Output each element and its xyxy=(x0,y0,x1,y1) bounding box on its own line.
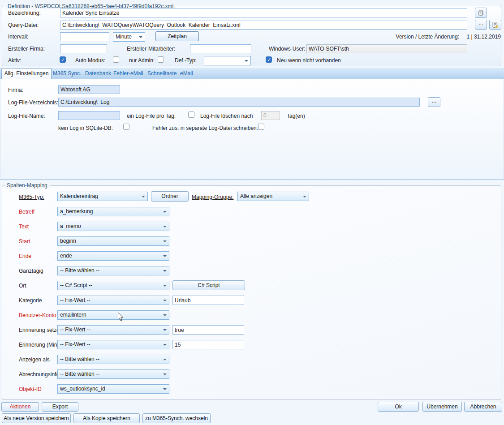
query-datei-input[interactable] xyxy=(60,21,467,30)
mapping-row-label: Abrechnungsinfo. xyxy=(19,371,60,378)
mapping-row-combo[interactable]: -- Fix-Wert -- xyxy=(57,340,169,349)
mapping-row-value: -- Bitte wählen -- xyxy=(60,371,99,377)
chevron-down-icon xyxy=(163,329,167,331)
abbrechen-button[interactable]: Abbrechen xyxy=(464,402,502,412)
neu-wenn-checkbox[interactable] xyxy=(266,56,272,63)
ersteller-mitarbeiter-input[interactable] xyxy=(190,44,251,53)
mouse-cursor xyxy=(117,312,124,323)
intervall-unit-combo[interactable]: Minute xyxy=(113,32,145,42)
mapping-gruppe-combo[interactable]: Alle anzeigen xyxy=(237,192,309,201)
mapping-fix-value-input[interactable] xyxy=(172,340,244,349)
sqlite-checkbox[interactable] xyxy=(123,124,129,130)
def-typ-label: Def.-Typ: xyxy=(175,57,197,64)
mapping-row-combo[interactable]: -- C# Script -- xyxy=(57,281,169,290)
mapping-row-combo[interactable]: -- Bitte wählen -- xyxy=(57,369,169,379)
fehler-separat-label: Fehler zus. in separate Log-Datei schrei… xyxy=(152,125,258,131)
version-value: 1 | 31.12.2019 xyxy=(464,34,501,40)
als-neue-version-button[interactable]: Als neue Version speichern xyxy=(2,413,71,423)
intervall-input[interactable] xyxy=(60,32,109,41)
zu-m365-wechseln-button[interactable]: zu M365-Synch. wechseln xyxy=(142,413,211,423)
query-edit-button[interactable] xyxy=(489,20,501,30)
auto-modus-label: Auto Modus: xyxy=(75,57,105,64)
mapping-fix-value-input[interactable] xyxy=(172,325,244,335)
mapping-row-combo[interactable]: -- Fix-Wert -- xyxy=(57,296,169,305)
ersteller-mitarbeiter-label: Ersteller-Mitarbeiter: xyxy=(127,46,175,52)
bezeichnung-input[interactable] xyxy=(60,9,467,17)
ordner-button[interactable]: Ordner xyxy=(151,191,189,202)
log-verzeichnis-input[interactable] xyxy=(58,98,420,107)
chevron-down-icon xyxy=(163,226,167,228)
firma-label: Firma: xyxy=(8,87,23,93)
mapping-row-value: emailintern xyxy=(60,312,86,318)
mapping-fix-value-input[interactable] xyxy=(172,296,244,305)
aktiv-checkbox[interactable] xyxy=(60,56,66,63)
export-button[interactable]: Export xyxy=(42,402,78,412)
chevron-down-icon xyxy=(163,344,167,346)
tab-email[interactable]: eMail xyxy=(180,70,193,77)
chevron-down-icon xyxy=(142,196,145,197)
ok-button[interactable]: Ok xyxy=(378,402,419,412)
mapping-row-value: ende xyxy=(60,253,72,259)
m365-typ-value: Kalendereintrag xyxy=(60,193,98,199)
csharp-script-button[interactable]: C# Script xyxy=(172,280,245,290)
firma-input[interactable] xyxy=(58,85,120,94)
mapping-row-combo[interactable]: ws_outlooksync_id xyxy=(57,384,169,394)
log-verzeichnis-browse-button[interactable]: ... xyxy=(428,97,440,107)
mapping-row-combo[interactable]: a_memo xyxy=(57,222,169,231)
aktionen-button[interactable]: Aktionen xyxy=(1,402,39,412)
copy-button[interactable] xyxy=(475,8,487,18)
pro-tag-checkbox[interactable] xyxy=(188,112,194,118)
log-name-label: Log-File-Name: xyxy=(8,113,45,119)
chevron-down-icon xyxy=(163,285,167,287)
mapping-row-combo[interactable]: beginn xyxy=(57,236,169,246)
tab-m365-sync[interactable]: M365 Sync. xyxy=(53,70,81,77)
mapping-row-label: Anzeigen als xyxy=(19,356,50,363)
mapping-row-combo[interactable]: emailintern xyxy=(57,310,169,320)
mapping-row-combo[interactable]: ende xyxy=(57,251,169,261)
auto-modus-checkbox[interactable] xyxy=(113,56,119,63)
pro-tag-label: ein Log-File pro Tag: xyxy=(127,113,176,119)
chevron-down-icon xyxy=(163,373,167,375)
ersteller-firma-input[interactable] xyxy=(60,44,107,53)
log-name-input[interactable] xyxy=(58,111,120,120)
chevron-down-icon xyxy=(163,211,167,213)
mapping-row-value: a_bemerkung xyxy=(60,208,93,215)
chevron-down-icon xyxy=(163,270,167,272)
zeitplan-button[interactable]: Zeitplan xyxy=(155,31,199,41)
mapping-row-combo[interactable]: a_bemerkung xyxy=(57,207,169,216)
chevron-down-icon xyxy=(303,196,306,197)
mapping-row-combo[interactable]: -- Bitte wählen -- xyxy=(57,266,169,275)
mapping-row-combo[interactable]: -- Bitte wählen -- xyxy=(57,355,169,364)
mapping-row-value: -- Bitte wählen -- xyxy=(60,267,99,274)
mapping-row-value: -- Fix-Wert -- xyxy=(60,326,90,333)
log-verzeichnis-label: Log-File-Verzeichnis: xyxy=(8,99,58,106)
query-browse-button[interactable]: ... xyxy=(475,20,487,30)
chevron-down-icon xyxy=(163,240,167,242)
m365-typ-combo[interactable]: Kalendereintrag xyxy=(57,192,148,201)
aktiv-label: Aktiv: xyxy=(8,57,21,64)
m365-typ-label[interactable]: M365-Typ: xyxy=(19,194,44,200)
intervall-unit-value: Minute xyxy=(116,34,132,40)
als-kopie-button[interactable]: Als Kopie speichern xyxy=(73,413,140,423)
fehler-separat-checkbox[interactable] xyxy=(258,124,264,130)
uebernehmen-button[interactable]: Übernehmen xyxy=(422,402,462,412)
chevron-down-icon xyxy=(163,388,167,390)
mapping-row-value: -- C# Script -- xyxy=(60,282,92,288)
def-typ-combo[interactable] xyxy=(204,56,251,65)
intervall-label: Intervall: xyxy=(8,34,28,40)
ersteller-firma-label: Ersteller-Firma: xyxy=(8,46,45,52)
tab-datenbank[interactable]: Datenbank xyxy=(85,70,111,77)
mapping-row-combo[interactable]: -- Fix-Wert -- xyxy=(57,325,169,335)
tab-fehler-email[interactable]: Fehler-eMail xyxy=(113,70,143,77)
chevron-down-icon xyxy=(163,300,167,301)
tab-allg-einstellungen[interactable]: Allg. Einstellungen xyxy=(1,68,52,79)
tagen-label: Tag(en) xyxy=(287,113,305,119)
windows-user-label: Windows-User: xyxy=(269,46,305,52)
mapping-gruppe-label[interactable]: Mapping-Gruppe: xyxy=(192,194,233,200)
mapping-row-value: -- Fix-Wert -- xyxy=(60,297,90,303)
tab-schnelltaste[interactable]: Schnelltaste xyxy=(147,70,177,77)
chevron-down-icon xyxy=(163,359,167,361)
nur-admin-checkbox[interactable] xyxy=(158,56,164,63)
mapping-row-label: Objekt-ID xyxy=(19,386,42,392)
copy-icon xyxy=(478,11,484,17)
